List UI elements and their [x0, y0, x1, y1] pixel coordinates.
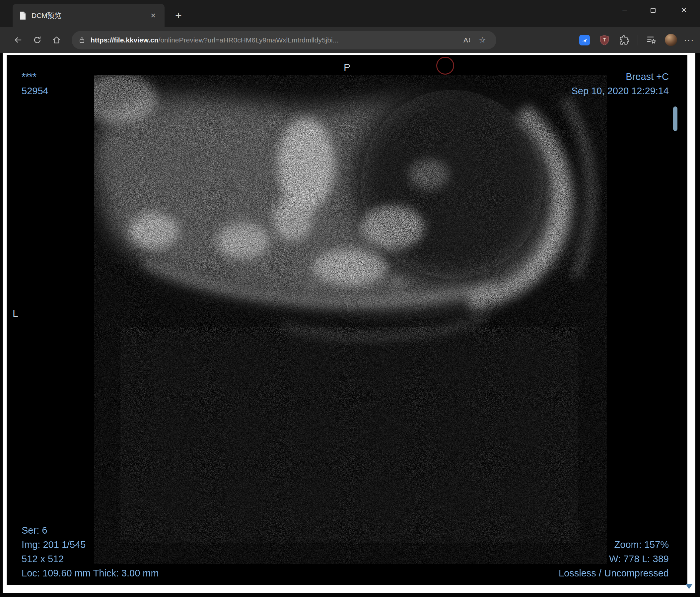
slice-location: Loc: 109.60 mm Thick: 3.00 mm [22, 566, 159, 580]
image-number: Img: 201 1/545 [22, 538, 159, 552]
window-minimize-button[interactable]: – [611, 0, 638, 21]
favorite-star-icon: ☆ [479, 35, 486, 45]
back-button[interactable] [10, 32, 26, 48]
favorite-button[interactable]: ☆ [475, 33, 490, 47]
userscript-extension-button[interactable]: T [598, 33, 611, 47]
home-button[interactable] [48, 32, 65, 48]
refresh-button[interactable] [29, 32, 45, 48]
window-close-button[interactable]: ✕ [668, 0, 700, 21]
navigation-bar: https://file.kkview.cn/onlinePreview?url… [0, 27, 700, 53]
title-bar: DCM预览 ✕ + – ✕ [0, 0, 700, 27]
image-matrix: 512 x 512 [22, 552, 159, 566]
read-aloud-button[interactable]: A [460, 33, 475, 47]
address-bar[interactable]: https://file.kkview.cn/onlinePreview?url… [72, 31, 496, 49]
dicom-viewport[interactable]: **** 52954 Breast +C Sep 10, 2020 12:29:… [7, 55, 688, 585]
overlay-series-info: Ser: 6 Img: 201 1/545 512 x 512 Loc: 109… [22, 523, 159, 580]
browser-window: DCM预览 ✕ + – ✕ [0, 0, 700, 597]
profile-avatar[interactable] [665, 34, 677, 46]
translate-extension-button[interactable] [578, 33, 591, 47]
preview-page: **** 52954 Breast +C Sep 10, 2020 12:29:… [3, 53, 695, 593]
zoom-level: Zoom: 157% [559, 538, 669, 552]
orientation-posterior-label: P [7, 62, 688, 73]
page-content: **** 52954 Breast +C Sep 10, 2020 12:29:… [0, 53, 700, 597]
study-datetime: Sep 10, 2020 12:29:14 [572, 84, 669, 98]
favorites-hub-button[interactable] [645, 33, 658, 47]
url-path: /onlinePreview?url=aHR0cHM6Ly9maWxlLmtrd… [158, 36, 339, 44]
window-maximize-button[interactable] [640, 0, 666, 21]
browser-menu-button[interactable]: ··· [684, 35, 694, 46]
overlay-patient-info: **** 52954 [22, 70, 48, 98]
url-text[interactable]: https://file.kkview.cn/onlinePreview?url… [91, 36, 460, 44]
extensions-button[interactable] [618, 33, 631, 47]
overlay-study-info: Breast +C Sep 10, 2020 12:29:14 [572, 70, 669, 98]
window-level: W: 778 L: 389 [559, 552, 669, 566]
lock-icon [78, 36, 85, 44]
document-icon [19, 11, 27, 20]
maximize-icon [651, 8, 655, 13]
patient-number: 52954 [22, 84, 48, 98]
overlay-display-info: Zoom: 157% W: 778 L: 389 Lossless / Unco… [559, 538, 669, 580]
svg-text:T: T [603, 37, 606, 42]
home-icon [52, 35, 61, 45]
compression-info: Lossless / Uncompressed [559, 566, 669, 580]
series-number: Ser: 6 [22, 523, 159, 538]
shield-icon: T [599, 35, 609, 46]
back-arrow-icon [14, 35, 23, 45]
extensions-puzzle-icon [619, 35, 629, 45]
new-tab-button[interactable]: + [171, 8, 186, 23]
immersive-translate-icon [579, 35, 590, 46]
toolbar-separator [638, 35, 638, 46]
read-aloud-wave-icon [468, 36, 472, 44]
url-host: https://file.kkview.cn [91, 36, 158, 44]
tab-close-icon[interactable]: ✕ [148, 10, 158, 21]
mri-image[interactable] [94, 75, 607, 564]
read-aloud-icon: A [464, 36, 468, 44]
toolbar-right: T ··· [578, 33, 694, 47]
browser-tab[interactable]: DCM预览 ✕ [12, 4, 165, 27]
tab-title: DCM预览 [31, 11, 148, 20]
scrollbar-down-arrow[interactable] [685, 584, 693, 589]
annotation-circle [436, 57, 454, 75]
refresh-icon [33, 35, 42, 45]
stack-scroll-thumb[interactable] [673, 106, 677, 131]
orientation-left-label: L [12, 308, 18, 319]
favorites-list-star-icon [646, 35, 657, 45]
